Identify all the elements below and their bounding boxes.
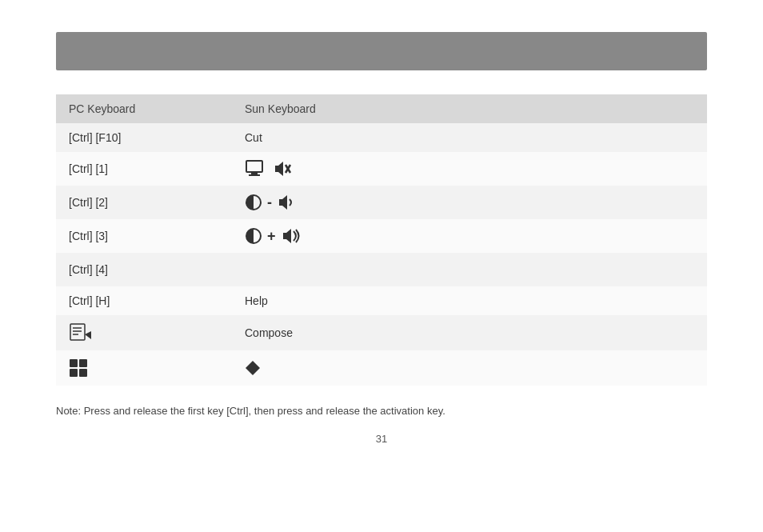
col-pc-header: PC Keyboard: [56, 94, 232, 123]
svg-marker-21: [246, 361, 260, 375]
pc-key-cell: [56, 350, 232, 386]
sun-key-cell: Compose: [232, 315, 707, 350]
crescent-icon: [245, 261, 262, 278]
note-text: Note: Press and release the first key [C…: [56, 405, 707, 417]
table-row: [56, 350, 707, 386]
pc-key-cell: [Ctrl] [4]: [56, 253, 232, 286]
col-sun-header: Sun Keyboard: [232, 94, 707, 123]
pc-key-cell: [Ctrl] [3]: [56, 219, 232, 253]
header-bar: [56, 32, 707, 70]
compose-key-icon: [69, 323, 91, 342]
monitor-mute-icon: [245, 160, 694, 178]
table-row: [Ctrl] [4]: [56, 253, 707, 286]
pc-key-cell: [Ctrl] [F10]: [56, 123, 232, 152]
svg-rect-15: [70, 359, 78, 367]
table-row: [Ctrl] [2] -: [56, 186, 707, 219]
page-number: 31: [56, 433, 707, 445]
table-row: [Ctrl] [H] Help: [56, 286, 707, 315]
volume-up-icon: [281, 227, 305, 245]
svg-marker-14: [85, 331, 91, 339]
svg-rect-16: [79, 359, 87, 367]
table-header-row: PC Keyboard Sun Keyboard: [56, 94, 707, 123]
pc-key-cell: [Ctrl] [1]: [56, 152, 232, 186]
monitor-icon: [245, 160, 267, 178]
keyboard-table: PC Keyboard Sun Keyboard [Ctrl] [F10] Cu…: [56, 94, 707, 386]
svg-rect-17: [70, 369, 78, 377]
svg-rect-18: [79, 369, 87, 377]
page-container: PC Keyboard Sun Keyboard [Ctrl] [F10] Cu…: [0, 0, 763, 477]
table-row: Compose: [56, 315, 707, 350]
table-row: [Ctrl] [3] +: [56, 219, 707, 253]
pc-key-cell: [56, 315, 232, 350]
volume-down-icons: -: [245, 194, 694, 211]
sun-key-cell: +: [232, 219, 707, 253]
svg-marker-7: [279, 195, 287, 210]
table-row: [Ctrl] [1]: [56, 152, 707, 186]
sun-key-cell: [232, 152, 707, 186]
svg-rect-1: [251, 172, 258, 174]
windows-key-icon: [69, 358, 88, 378]
diamond-icon: [245, 360, 261, 376]
volume-down-icon: [277, 194, 299, 211]
svg-rect-10: [70, 324, 85, 340]
volume-up-icons: +: [245, 227, 694, 245]
table-row: [Ctrl] [F10] Cut: [56, 123, 707, 152]
mute-icon: [272, 160, 293, 178]
sun-key-cell: Help: [232, 286, 707, 315]
sun-key-cell: Cut: [232, 123, 707, 152]
pc-key-cell: [Ctrl] [H]: [56, 286, 232, 315]
svg-marker-9: [283, 229, 291, 243]
svg-rect-2: [249, 174, 260, 176]
sun-key-cell: -: [232, 186, 707, 219]
minus-sign: -: [267, 194, 272, 211]
contrast-icon: [245, 194, 262, 211]
svg-marker-3: [275, 162, 283, 176]
svg-rect-0: [246, 161, 262, 172]
plus-sign: +: [267, 228, 276, 245]
sun-key-cell: [232, 350, 707, 386]
sun-key-cell: [232, 253, 707, 286]
contrast-icon2: [245, 227, 262, 245]
pc-key-cell: [Ctrl] [2]: [56, 186, 232, 219]
